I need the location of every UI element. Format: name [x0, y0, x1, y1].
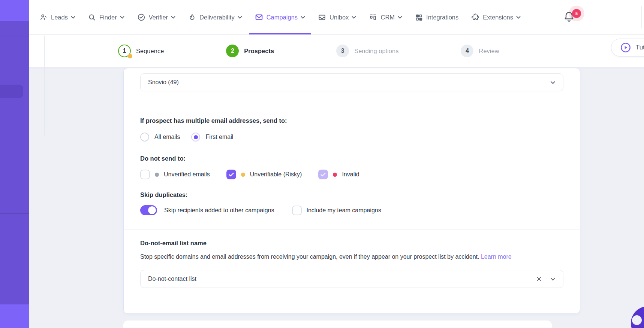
- nav-item-integrations[interactable]: Integrations: [415, 0, 458, 34]
- skip-duplicates-heading: Skip duplicates:: [140, 191, 563, 198]
- step-number: 3: [341, 48, 344, 54]
- notification-badge: 5: [572, 9, 581, 18]
- multi-email-heading: If prospect has multiple email addresses…: [140, 117, 563, 124]
- sidebar-bottom-block: [0, 304, 29, 328]
- envelope-icon: [255, 13, 263, 21]
- toggle-label: Skip recipients added to other campaigns: [164, 207, 274, 214]
- chevron-down-icon: [352, 16, 356, 19]
- nav-label: Deliverability: [199, 14, 235, 21]
- step-sequence[interactable]: 1 Sequence: [118, 45, 164, 57]
- checkbox-label: Unverified emails: [164, 171, 210, 178]
- checkbox-checked-disabled: [318, 170, 328, 179]
- toggle-knob: [148, 206, 156, 214]
- chevron-down-icon: [120, 16, 124, 19]
- skip-recipients-toggle[interactable]: [140, 205, 157, 215]
- clear-selection-button[interactable]: [536, 276, 542, 282]
- step-connector: [405, 51, 454, 51]
- flame-icon: [188, 13, 196, 21]
- chevron-down-icon: [516, 16, 521, 19]
- checkbox-unverifiable-risky[interactable]: Unverifiable (Risky): [226, 170, 302, 179]
- step-number: 1: [123, 48, 126, 54]
- notifications-button[interactable]: 5: [563, 10, 576, 24]
- radio-label: All emails: [154, 134, 180, 140]
- radio-unselected[interactable]: [140, 133, 149, 142]
- step-sending-options[interactable]: 3 Sending options: [336, 45, 398, 57]
- radio-label: First email: [205, 134, 233, 140]
- checkbox-label: Include my team campaigns: [307, 207, 381, 214]
- nav-divider: [641, 6, 642, 28]
- sidebar-top-block: [0, 0, 29, 21]
- inbox-icon: [318, 13, 326, 21]
- nav-item-finder[interactable]: Finder: [88, 0, 124, 34]
- checkbox-label: Unverifiable (Risky): [250, 171, 302, 178]
- status-dot-red: [333, 173, 337, 177]
- step-label: Review: [479, 48, 499, 55]
- nav-label: Integrations: [426, 14, 458, 21]
- step-prospects[interactable]: 2 Prospects: [226, 45, 274, 57]
- checkbox-unchecked[interactable]: [140, 170, 150, 179]
- chevron-down-icon: [550, 81, 556, 84]
- search-icon: [88, 13, 96, 21]
- nav-item-leads[interactable]: Leads: [39, 0, 75, 34]
- app-sidebar[interactable]: [0, 0, 29, 328]
- section-divider: [124, 108, 580, 108]
- nav-label: Finder: [99, 14, 117, 21]
- crm-columns-icon: [369, 13, 377, 21]
- users-icon: [39, 13, 48, 21]
- checkbox-unchecked[interactable]: [292, 206, 302, 215]
- nav-item-unibox[interactable]: Unibox: [318, 0, 356, 34]
- do-not-contact-select[interactable]: Do-not-contact list: [140, 270, 563, 288]
- section-divider: [124, 230, 580, 230]
- sidebar-selected-item[interactable]: [0, 85, 23, 98]
- radio-first-email[interactable]: First email: [191, 133, 233, 142]
- check-icon: [229, 173, 234, 177]
- top-navigation: Leads Finder Verifier Deliverability Cam…: [29, 0, 644, 35]
- check-circle-icon: [137, 13, 145, 21]
- main-area: Snovio (49) If prospect has multiple ema…: [29, 67, 644, 328]
- learn-more-link[interactable]: Learn more: [481, 253, 512, 260]
- panel-divider: [44, 36, 45, 136]
- chevron-down-icon: [238, 16, 242, 19]
- step-number: 4: [466, 48, 469, 54]
- prospect-list-select[interactable]: Snovio (49): [140, 73, 563, 91]
- tutorial-button[interactable]: Tutorial: [611, 39, 644, 57]
- x-icon: [536, 276, 542, 282]
- select-value: Snovio (49): [148, 79, 550, 86]
- step-label: Prospects: [244, 48, 274, 55]
- nav-item-extensions[interactable]: Extensions: [471, 0, 521, 34]
- sidebar-divider: [0, 213, 29, 214]
- step-connector: [280, 51, 330, 51]
- chat-widget-notch: [632, 315, 642, 325]
- nav-item-crm[interactable]: CRM: [369, 0, 402, 34]
- nav-label: CRM: [380, 14, 395, 21]
- checkbox-label: Invalid: [342, 171, 359, 178]
- chevron-down-icon: [550, 277, 556, 281]
- checkbox-unverified-emails[interactable]: Unverified emails: [140, 170, 210, 179]
- step-label: Sequence: [136, 48, 164, 55]
- radio-selected[interactable]: [191, 133, 200, 142]
- step-connector: [170, 51, 220, 51]
- nav-item-deliverability[interactable]: Deliverability: [188, 0, 242, 34]
- step-review[interactable]: 4 Review: [461, 45, 499, 57]
- nav-item-verifier[interactable]: Verifier: [137, 0, 175, 34]
- nav-label: Leads: [51, 14, 68, 21]
- radio-all-emails[interactable]: All emails: [140, 133, 180, 142]
- prospects-settings-card: Snovio (49) If prospect has multiple ema…: [123, 68, 580, 314]
- puzzle-icon: [471, 13, 479, 21]
- status-dot-gray: [155, 173, 159, 177]
- nav-label: Campaigns: [267, 14, 298, 21]
- checkbox-include-team-campaigns[interactable]: Include my team campaigns: [292, 206, 381, 215]
- nav-label: Unibox: [329, 14, 349, 21]
- dne-list-description: Stop specific domains and email addresse…: [140, 252, 554, 262]
- step-number: 2: [231, 48, 234, 54]
- play-circle-icon: [620, 42, 631, 53]
- check-icon: [321, 173, 326, 177]
- chevron-down-icon: [398, 16, 402, 19]
- chevron-down-icon: [301, 16, 305, 19]
- step-label: Sending options: [354, 48, 398, 55]
- status-dot-yellow: [241, 173, 245, 177]
- select-value: Do-not-contact list: [148, 276, 536, 282]
- chevron-down-icon: [71, 16, 75, 19]
- nav-item-campaigns[interactable]: Campaigns: [255, 0, 305, 34]
- checkbox-checked[interactable]: [226, 170, 236, 179]
